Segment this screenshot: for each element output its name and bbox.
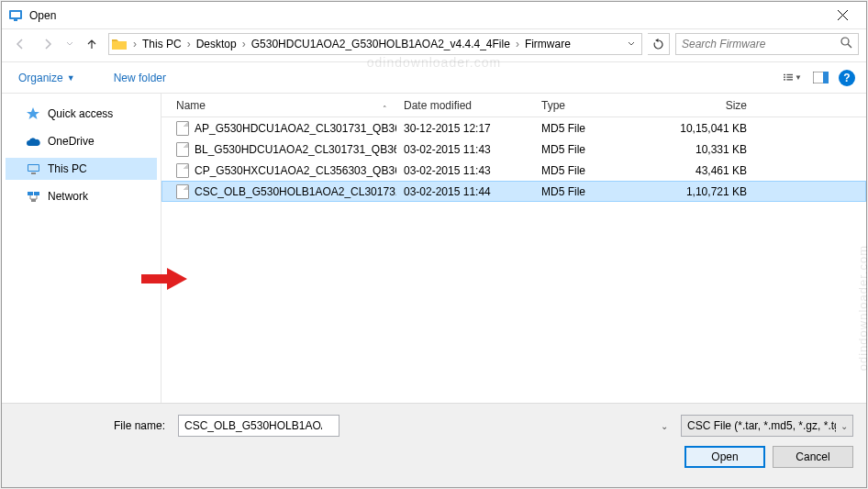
file-size: 1,10,721 KB (653, 185, 754, 198)
file-size: 10,331 KB (653, 143, 754, 156)
search-box[interactable] (675, 33, 859, 55)
cloud-icon (26, 134, 40, 149)
svg-rect-14 (31, 172, 36, 174)
view-options-button[interactable]: ▼ (784, 69, 802, 87)
search-icon[interactable] (840, 37, 852, 51)
nav-network[interactable]: Network (6, 185, 157, 207)
bottom-panel: File name: ⌄ ⌄ Open Cancel (2, 403, 866, 487)
file-type: MD5 File (534, 185, 653, 198)
svg-rect-17 (31, 199, 36, 202)
main-area: Quick access OneDrive This PC Network Na… (2, 94, 866, 403)
file-size: 43,461 KB (653, 164, 754, 177)
breadcrumb-seg-firmware[interactable]: Firmware (521, 38, 574, 50)
list-view-icon (784, 72, 793, 83)
close-icon (838, 10, 848, 20)
breadcrumb-sep: › (514, 38, 521, 50)
file-icon (176, 163, 189, 178)
nav-onedrive[interactable]: OneDrive (6, 130, 157, 152)
breadcrumb-seg-folder[interactable]: G530HDCU1AOA2_G530HOLB1AOA2_v4.4.4_4File (248, 38, 514, 50)
file-icon (176, 184, 189, 199)
search-input[interactable] (682, 38, 840, 50)
navigation-pane: Quick access OneDrive This PC Network (2, 94, 161, 403)
breadcrumb-seg-desktop[interactable]: Desktop (193, 38, 240, 50)
file-date: 03-02-2015 11:43 (396, 164, 534, 177)
file-date: 30-12-2015 12:17 (396, 122, 534, 135)
network-icon (26, 189, 40, 204)
file-type-filter[interactable] (681, 415, 853, 437)
refresh-icon (652, 39, 664, 50)
breadcrumb-sep: › (240, 38, 248, 50)
forward-button[interactable] (37, 33, 59, 55)
filename-input[interactable] (178, 415, 339, 437)
cancel-button[interactable]: Cancel (773, 446, 853, 468)
address-bar[interactable]: › This PC › Desktop › G530HDCU1AOA2_G530… (108, 33, 642, 55)
chevron-down-icon[interactable]: ⌄ (840, 421, 848, 431)
new-folder-button[interactable]: New folder (108, 68, 172, 88)
file-size: 10,15,041 KB (653, 122, 754, 135)
organize-button[interactable]: Organize ▼ (13, 68, 81, 88)
svg-rect-13 (28, 165, 39, 171)
file-date: 03-02-2015 11:44 (396, 185, 534, 198)
titlebar: Open (2, 2, 866, 29)
svg-rect-1 (11, 12, 20, 17)
file-list-area: Name ˄ Date modified Type Size AP_G530HD… (161, 94, 866, 403)
svg-point-3 (841, 38, 849, 45)
help-button[interactable]: ? (839, 70, 855, 86)
file-type: MD5 File (534, 122, 653, 135)
svg-rect-2 (14, 19, 17, 21)
open-button[interactable]: Open (684, 446, 765, 468)
file-row[interactable]: CSC_OLB_G530HOLB1AOA2_CL301731_Q... 03-0… (161, 181, 866, 202)
nav-this-pc[interactable]: This PC (6, 158, 157, 180)
arrow-up-icon (85, 38, 98, 50)
filename-label: File name: (15, 419, 171, 432)
file-icon (176, 142, 189, 157)
filename-row: File name: ⌄ ⌄ (15, 415, 853, 437)
chevron-down-icon[interactable]: ⌄ (661, 421, 668, 431)
nav-item-label: This PC (48, 162, 87, 175)
arrow-right-icon (41, 38, 54, 50)
window-title: Open (29, 9, 824, 22)
file-name: BL_G530HDCU1AOA2_CL301731_QB3695... (195, 143, 396, 156)
breadcrumb-sep: › (185, 38, 193, 50)
file-type: MD5 File (534, 164, 653, 177)
navigation-bar: › This PC › Desktop › G530HDCU1AOA2_G530… (2, 29, 866, 62)
file-icon (176, 121, 189, 136)
chevron-down-icon (628, 40, 635, 48)
file-row[interactable]: BL_G530HDCU1AOA2_CL301731_QB3695... 03-0… (161, 139, 866, 160)
svg-rect-15 (28, 192, 33, 195)
up-button[interactable] (81, 33, 103, 55)
address-dropdown[interactable] (623, 40, 640, 48)
svg-rect-9 (786, 79, 793, 80)
file-name: CP_G530HXCU1AOA2_CL356303_QB3691... (195, 164, 396, 177)
svg-rect-5 (786, 74, 793, 75)
file-type: MD5 File (534, 143, 653, 156)
column-headers: Name ˄ Date modified Type Size (161, 94, 866, 117)
nav-item-label: OneDrive (48, 135, 95, 148)
organize-label: Organize (18, 72, 63, 84)
recent-locations-button[interactable] (64, 33, 75, 55)
col-header-size[interactable]: Size (653, 99, 754, 112)
file-name: AP_G530HDCU1AOA2_CL301731_QB3695... (195, 122, 396, 135)
back-button[interactable] (9, 33, 31, 55)
breadcrumb-seg-thispc[interactable]: This PC (139, 38, 185, 50)
file-row[interactable]: AP_G530HDCU1AOA2_CL301731_QB3695... 30-1… (161, 117, 866, 139)
nav-item-label: Network (48, 190, 88, 203)
file-row[interactable]: CP_G530HXCU1AOA2_CL356303_QB3691... 03-0… (161, 160, 866, 181)
refresh-button[interactable] (648, 33, 670, 55)
caret-down-icon: ▼ (795, 73, 802, 82)
close-button[interactable] (824, 3, 861, 28)
svg-rect-7 (786, 76, 793, 77)
col-header-type[interactable]: Type (534, 99, 653, 112)
sort-asc-icon: ˄ (383, 105, 387, 114)
nav-quick-access[interactable]: Quick access (6, 103, 157, 125)
arrow-left-icon (14, 38, 27, 50)
breadcrumb-sep: › (131, 38, 139, 50)
svg-rect-6 (784, 76, 785, 77)
preview-pane-button[interactable] (811, 69, 829, 87)
open-dialog-window: Open › This PC › Desktop › G530HDCU1AOA2… (1, 1, 867, 488)
preview-pane-icon (813, 72, 829, 83)
monitor-icon (26, 161, 40, 176)
file-name: CSC_OLB_G530HOLB1AOA2_CL301731_Q... (195, 185, 396, 198)
col-header-date[interactable]: Date modified (396, 99, 534, 112)
col-header-name[interactable]: Name ˄ (169, 99, 396, 112)
